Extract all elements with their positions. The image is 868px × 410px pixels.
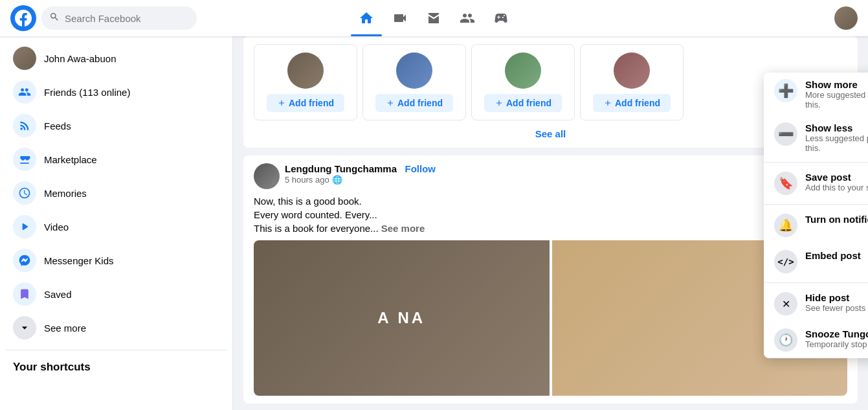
show-more-title: Show more: [805, 79, 868, 90]
sidebar-feeds-label: Feeds: [44, 120, 71, 131]
post-text: Now, this is a good book. Every word cou…: [254, 194, 847, 235]
sidebar-item-video[interactable]: Video: [5, 210, 227, 244]
snooze-subtitle: Temporarily stop seeing posts.: [805, 339, 868, 349]
sidebar-item-saved[interactable]: Saved: [5, 277, 227, 311]
search-icon: [49, 12, 60, 25]
search-input[interactable]: [65, 13, 189, 24]
sidebar-item-friends[interactable]: Friends (113 online): [5, 75, 227, 109]
hide-post-subtitle: See fewer posts like this.: [805, 303, 868, 313]
search-box[interactable]: [41, 6, 197, 30]
embed-icon: </>: [774, 250, 797, 273]
main-layout: John Awa-abuon Friends (113 online) Feed…: [0, 36, 868, 410]
embed-title: Embed post: [805, 250, 868, 261]
menu-item-notifications[interactable]: 🔔 Turn on notifications for this post: [764, 207, 868, 244]
friend-avatar-2: [396, 52, 432, 89]
post-author-row: Lengdung Tungchamma Follow: [285, 163, 793, 175]
snooze-icon: 🕐: [774, 328, 797, 352]
sidebar-user-name: John Awa-abuon: [44, 53, 116, 64]
messenger-kids-icon: [13, 249, 36, 272]
post-author-name[interactable]: Lengdung Tungchamma: [285, 163, 397, 174]
post-images: A NA: [254, 240, 847, 396]
feeds-icon: [13, 114, 36, 137]
add-friend-icon-4: [603, 98, 612, 108]
menu-item-show-less[interactable]: ➖ Show less Less suggested posts in your…: [764, 116, 868, 159]
menu-item-save-post[interactable]: 🔖 Save post Add this to your saved items…: [764, 165, 868, 201]
show-less-subtitle: Less suggested posts in your Feed will b…: [805, 133, 868, 153]
marketplace-icon: [13, 148, 36, 171]
show-more-text: Show more More suggested posts in your F…: [805, 79, 868, 109]
sidebar-item-feeds[interactable]: Feeds: [5, 109, 227, 142]
snooze-title: Snooze Tungchamma for 30 days: [805, 328, 868, 339]
post-image-left: A NA: [254, 240, 550, 396]
save-post-text: Save post Add this to your saved items.: [805, 172, 868, 192]
friends-row: Add friend Add friend Add friend: [254, 44, 847, 120]
shortcuts-label: Your shortcuts: [5, 356, 227, 376]
sidebar-saved-label: Saved: [44, 289, 72, 300]
sidebar-marketplace-label: Marketplace: [44, 154, 97, 165]
user-avatar-sidebar: [13, 47, 36, 70]
top-navigation: [0, 0, 868, 36]
friend-avatar-3: [505, 52, 541, 89]
post-meta: Lengdung Tungchamma Follow 5 hours ago 🌐: [285, 163, 793, 185]
nav-video-button[interactable]: [384, 3, 416, 34]
friend-card-2: Add friend: [362, 44, 466, 120]
nav-friends-button[interactable]: [452, 3, 483, 34]
see-all-row: See all: [254, 128, 847, 140]
facebook-logo[interactable]: [10, 5, 36, 31]
add-friend-button-1[interactable]: Add friend: [267, 94, 344, 112]
sidebar-item-marketplace[interactable]: Marketplace: [5, 142, 227, 176]
nav-center: [293, 3, 575, 34]
saved-icon: [13, 282, 36, 306]
hide-post-text: Hide post See fewer posts like this.: [805, 292, 868, 313]
friend-card-4: Add friend: [580, 44, 684, 120]
menu-item-show-more[interactable]: ➕ Show more More suggested posts in your…: [764, 73, 868, 116]
nav-left: [10, 5, 293, 31]
sidebar-messenger-label: Messenger Kids: [44, 255, 114, 266]
show-less-text: Show less Less suggested posts in your F…: [805, 122, 868, 153]
sidebar-divider: [5, 350, 227, 350]
add-friend-button-2[interactable]: Add friend: [375, 94, 453, 112]
show-more-subtitle: More suggested posts in your Feed will b…: [805, 90, 868, 109]
nav-store-button[interactable]: [418, 3, 449, 34]
sidebar-item-memories[interactable]: Memories: [5, 176, 227, 210]
friends-icon: [13, 80, 36, 104]
show-less-title: Show less: [805, 122, 868, 133]
memories-icon: [13, 181, 36, 205]
fb-logo-icon: [15, 10, 32, 27]
save-post-subtitle: Add this to your saved items.: [805, 183, 868, 192]
see-more-link[interactable]: See more: [381, 223, 425, 234]
sidebar-friends-label: Friends (113 online): [44, 87, 130, 98]
post-time: 5 hours ago 🌐: [285, 175, 793, 185]
sidebar-item-messenger-kids[interactable]: Messenger Kids: [5, 244, 227, 277]
menu-divider-3: [764, 282, 868, 283]
friend-card-3: Add friend: [471, 44, 575, 120]
sidebar-item-see-more[interactable]: See more: [5, 311, 227, 345]
user-avatar[interactable]: [834, 6, 858, 30]
nav-right: [575, 6, 858, 30]
post-options-dropdown: ➕ Show more More suggested posts in your…: [764, 73, 868, 358]
sidebar-item-user[interactable]: John Awa-abuon: [5, 41, 227, 75]
post-author-avatar[interactable]: [254, 163, 280, 189]
see-all-link[interactable]: See all: [535, 128, 566, 139]
friend-avatar-1: [287, 52, 324, 89]
menu-item-snooze[interactable]: 🕐 Snooze Tungchamma for 30 days Temporar…: [764, 322, 868, 358]
add-friend-icon-1: [277, 98, 286, 108]
menu-divider-1: [764, 162, 868, 163]
friend-avatar-4: [614, 52, 650, 89]
video-icon: [13, 215, 36, 238]
follow-button[interactable]: Follow: [405, 163, 436, 174]
nav-home-button[interactable]: [351, 3, 382, 34]
add-friend-icon-3: [495, 98, 504, 108]
menu-item-hide-post[interactable]: ✕ Hide post See fewer posts like this.: [764, 286, 868, 322]
add-friend-button-4[interactable]: Add friend: [593, 94, 671, 112]
sidebar: John Awa-abuon Friends (113 online) Feed…: [0, 36, 233, 410]
embed-text: Embed post: [805, 250, 868, 261]
add-friend-button-3[interactable]: Add friend: [484, 94, 562, 112]
friend-card-1: Add friend: [254, 44, 357, 120]
post-header: Lengdung Tungchamma Follow 5 hours ago 🌐: [254, 163, 847, 189]
snooze-text: Snooze Tungchamma for 30 days Temporaril…: [805, 328, 868, 349]
nav-gaming-button[interactable]: [485, 3, 517, 34]
hide-post-icon: ✕: [774, 292, 797, 315]
main-content: Add friend Add friend Add friend: [233, 36, 868, 410]
menu-item-embed[interactable]: </> Embed post: [764, 244, 868, 280]
